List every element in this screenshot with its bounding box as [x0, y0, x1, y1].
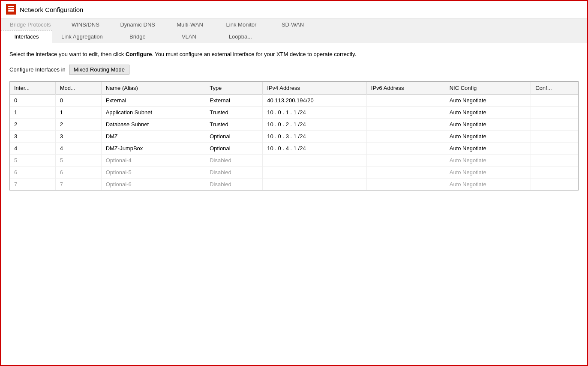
cell-ipv6 — [366, 130, 445, 142]
cell-configure — [531, 130, 578, 142]
app-icon — [6, 4, 16, 15]
cell-interface: 3 — [10, 130, 55, 142]
interfaces-table-wrapper: Inter... Mod... Name (Alias) Type IPv4 A… — [9, 81, 579, 190]
cell-type: Optional — [205, 142, 263, 154]
table-row[interactable]: 00ExternalExternal40.113.200.194/20Auto … — [10, 94, 578, 106]
cell-ipv6 — [366, 154, 445, 166]
cell-interface: 0 — [10, 94, 55, 106]
cell-ipv4 — [263, 178, 367, 190]
tab-link-monitor[interactable]: Link Monitor — [216, 18, 267, 30]
tab-wins-dns[interactable]: WINS/DNS — [60, 18, 111, 30]
cell-type: Disabled — [205, 178, 263, 190]
table-header-row: Inter... Mod... Name (Alias) Type IPv4 A… — [10, 82, 578, 95]
tab-link-aggregation[interactable]: Link Aggregation — [52, 30, 112, 43]
cell-ipv6 — [366, 178, 445, 190]
cell-nic: Auto Negotiate — [445, 154, 531, 166]
mode-label: Configure Interfaces in — [9, 66, 66, 73]
cell-configure — [531, 106, 578, 118]
cell-name: DMZ-JumpBox — [101, 142, 205, 154]
cell-configure — [531, 118, 578, 130]
mode-value: Mixed Routing Mode — [69, 65, 129, 74]
svg-rect-2 — [8, 10, 14, 12]
tab-interfaces[interactable]: Interfaces — [1, 30, 52, 43]
col-ipv4: IPv4 Address — [263, 82, 367, 95]
cell-ipv4: 10 . 0 . 4 . 1 /24 — [263, 142, 367, 154]
cell-type: Trusted — [205, 118, 263, 130]
table-row[interactable]: 22Database SubnetTrusted10 . 0 . 2 . 1 /… — [10, 118, 578, 130]
cell-ipv6 — [366, 166, 445, 178]
mode-row: Configure Interfaces in Mixed Routing Mo… — [9, 65, 579, 74]
cell-mode: 4 — [55, 142, 101, 154]
cell-interface: 1 — [10, 106, 55, 118]
configure-bold: Configure — [126, 51, 152, 57]
cell-ipv6 — [366, 94, 445, 106]
cell-name: Optional-5 — [101, 166, 205, 178]
cell-mode: 1 — [55, 106, 101, 118]
col-interface: Inter... — [10, 82, 55, 95]
description-text: Select the interface you want to edit, t… — [9, 50, 579, 59]
cell-ipv4 — [263, 154, 367, 166]
table-row[interactable]: 33DMZOptional10 . 0 . 3 . 1 /24Auto Nego… — [10, 130, 578, 142]
cell-name: Database Subnet — [101, 118, 205, 130]
cell-interface: 4 — [10, 142, 55, 154]
cell-ipv4: 10 . 0 . 2 . 1 /24 — [263, 118, 367, 130]
cell-configure — [531, 142, 578, 154]
cell-ipv6 — [366, 106, 445, 118]
tab-bridge-protocols[interactable]: Bridge Protocols — [1, 18, 60, 30]
svg-rect-3 — [8, 6, 14, 7]
title-bar: Network Configuration — [1, 1, 587, 18]
content-area: Select the interface you want to edit, t… — [1, 43, 587, 197]
cell-ipv6 — [366, 118, 445, 130]
cell-ipv4: 10 . 0 . 3 . 1 /24 — [263, 130, 367, 142]
tabs-row-1: Bridge Protocols WINS/DNS Dynamic DNS Mu… — [1, 18, 587, 30]
cell-interface: 6 — [10, 166, 55, 178]
cell-mode: 2 — [55, 118, 101, 130]
tab-vlan[interactable]: VLAN — [163, 30, 215, 43]
cell-name: Optional-4 — [101, 154, 205, 166]
tab-dynamic-dns[interactable]: Dynamic DNS — [111, 18, 164, 30]
cell-name: Application Subnet — [101, 106, 205, 118]
cell-nic: Auto Negotiate — [445, 130, 531, 142]
cell-interface: 5 — [10, 154, 55, 166]
cell-mode: 7 — [55, 178, 101, 190]
col-nic: NIC Config — [445, 82, 531, 95]
table-row[interactable]: 11Application SubnetTrusted10 . 0 . 1 . … — [10, 106, 578, 118]
col-type: Type — [205, 82, 263, 95]
cell-nic: Auto Negotiate — [445, 94, 531, 106]
cell-nic: Auto Negotiate — [445, 178, 531, 190]
cell-nic: Auto Negotiate — [445, 166, 531, 178]
cell-ipv4 — [263, 166, 367, 178]
cell-ipv4: 40.113.200.194/20 — [263, 94, 367, 106]
cell-nic: Auto Negotiate — [445, 106, 531, 118]
window-title: Network Configuration — [20, 6, 83, 13]
tab-bridge[interactable]: Bridge — [112, 30, 163, 43]
table-row[interactable]: 55Optional-4DisabledAuto Negotiate — [10, 154, 578, 166]
table-row[interactable]: 66Optional-5DisabledAuto Negotiate — [10, 166, 578, 178]
cell-name: DMZ — [101, 130, 205, 142]
table-row[interactable]: 77Optional-6DisabledAuto Negotiate — [10, 178, 578, 190]
table-row[interactable]: 44DMZ-JumpBoxOptional10 . 0 . 4 . 1 /24A… — [10, 142, 578, 154]
tabs-container: Bridge Protocols WINS/DNS Dynamic DNS Mu… — [1, 18, 587, 43]
cell-ipv4: 10 . 0 . 1 . 1 /24 — [263, 106, 367, 118]
cell-configure — [531, 166, 578, 178]
interfaces-table: Inter... Mod... Name (Alias) Type IPv4 A… — [10, 82, 578, 190]
tab-multi-wan[interactable]: Multi-WAN — [164, 18, 216, 30]
svg-rect-1 — [8, 8, 14, 9]
col-name: Name (Alias) — [101, 82, 205, 95]
cell-type: Disabled — [205, 154, 263, 166]
cell-mode: 3 — [55, 130, 101, 142]
cell-interface: 2 — [10, 118, 55, 130]
cell-nic: Auto Negotiate — [445, 142, 531, 154]
cell-type: Trusted — [205, 106, 263, 118]
cell-configure — [531, 178, 578, 190]
cell-mode: 5 — [55, 154, 101, 166]
cell-interface: 7 — [10, 178, 55, 190]
cell-name: External — [101, 94, 205, 106]
cell-name: Optional-6 — [101, 178, 205, 190]
col-mode: Mod... — [55, 82, 101, 95]
col-configure: Conf... — [531, 82, 578, 95]
tab-sd-wan[interactable]: SD-WAN — [267, 18, 318, 30]
tab-loopback[interactable]: Loopba... — [215, 30, 266, 43]
tabs-row-2: Interfaces Link Aggregation Bridge VLAN … — [1, 30, 587, 43]
cell-ipv6 — [366, 142, 445, 154]
